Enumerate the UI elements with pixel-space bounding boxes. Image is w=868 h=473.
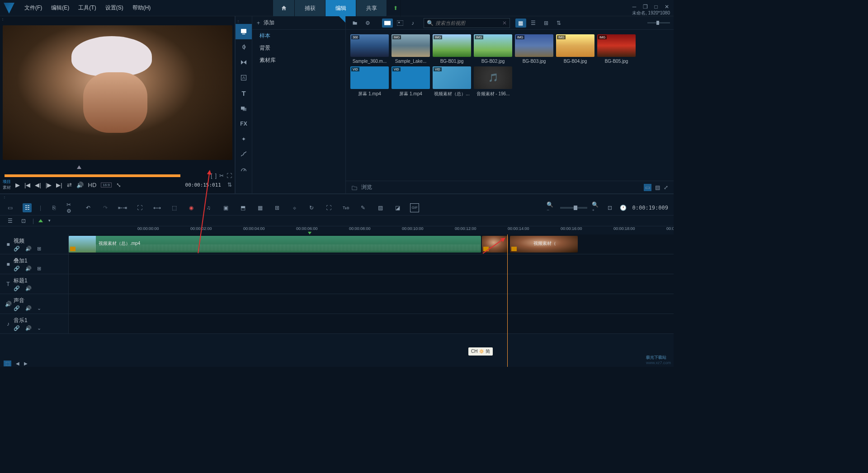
browse-button[interactable]: 浏览 ▭ ▤ ⤢ bbox=[346, 181, 674, 193]
fullscreen-button[interactable]: ⛶ bbox=[135, 203, 144, 212]
media-item[interactable]: 🎵音频素材 - 196... bbox=[474, 66, 512, 97]
tab-share[interactable]: 共享 bbox=[356, 0, 387, 16]
rotate-button[interactable]: ↻ bbox=[307, 203, 316, 212]
menu-edit[interactable]: 编辑(E) bbox=[47, 2, 74, 14]
split-button[interactable]: ⟷ bbox=[152, 203, 161, 212]
menu-help[interactable]: 帮助(H) bbox=[128, 2, 156, 14]
chevron-down-icon[interactable]: ▼ bbox=[47, 219, 51, 223]
upload-button[interactable]: ⬆ bbox=[387, 0, 401, 16]
link-icon[interactable]: 🔗 bbox=[14, 266, 20, 272]
tab-capture[interactable]: 捕获 bbox=[295, 0, 326, 16]
link-button[interactable]: ⬒ bbox=[238, 203, 247, 212]
layout-toggle-3[interactable]: ⤢ bbox=[664, 184, 668, 191]
track-content[interactable]: 视频素材（总）.mp4视频素材（ bbox=[69, 234, 674, 254]
expand-icon[interactable]: ⛶ bbox=[226, 173, 232, 179]
step-forward-button[interactable]: |▶ bbox=[46, 182, 52, 188]
drag-handle[interactable]: :::::::: bbox=[2, 17, 3, 21]
scissors-icon[interactable]: ✂ bbox=[219, 173, 224, 179]
sound-button[interactable] bbox=[236, 39, 252, 55]
fit-project-button[interactable]: ⊡ bbox=[605, 203, 614, 212]
track-header[interactable]: 🔊声音🔗🔊⌄ bbox=[0, 294, 69, 314]
view-small-button[interactable]: ⊞ bbox=[541, 19, 552, 28]
media-item[interactable]: VID屏幕 1.mp4 bbox=[392, 66, 430, 97]
record-button[interactable]: ⚙ bbox=[362, 19, 373, 28]
storyboard-view-button[interactable]: ▭ bbox=[5, 203, 14, 212]
video-clip[interactable]: 视频素材（ bbox=[510, 236, 578, 253]
clock-button[interactable]: 🕐 bbox=[619, 203, 628, 212]
preview-video[interactable] bbox=[3, 25, 232, 160]
aspect-ratio[interactable]: 16:9 bbox=[101, 183, 112, 187]
tree-item-sample[interactable]: 样本 bbox=[252, 30, 345, 42]
media-item[interactable]: IMGBG-B05.jpg bbox=[597, 34, 636, 64]
subtitle-button[interactable]: ✎ bbox=[359, 203, 368, 212]
undo-button[interactable]: ↶ bbox=[84, 203, 93, 212]
track-motion-button[interactable]: ⟐ bbox=[290, 203, 299, 212]
timeline-ruler[interactable]: 00:00:00:0000:00:02:0000:00:04:0000:00:0… bbox=[137, 226, 674, 234]
import-button[interactable] bbox=[349, 19, 360, 28]
track-content[interactable] bbox=[69, 274, 674, 294]
layout-toggle-1[interactable]: ▭ bbox=[644, 184, 651, 191]
view-list-button[interactable]: ☰ bbox=[528, 19, 539, 28]
media-item[interactable]: IMGBG-B01.jpg bbox=[433, 34, 471, 64]
thumb-size-slider[interactable] bbox=[647, 22, 670, 23]
filter-photo-button[interactable] bbox=[395, 19, 406, 28]
effect-button[interactable]: ◪ bbox=[393, 203, 402, 212]
goto-end-button[interactable]: ▶| bbox=[56, 182, 62, 188]
track-header[interactable]: ■叠加1🔗🔊⊞ bbox=[0, 254, 69, 274]
speed-button[interactable] bbox=[236, 162, 252, 178]
link-icon[interactable]: 🔗 bbox=[14, 325, 20, 331]
redo-button[interactable]: ↷ bbox=[101, 203, 110, 212]
filter-audio-button[interactable]: ♪ bbox=[407, 19, 418, 28]
insert-mode-icon[interactable] bbox=[38, 219, 43, 222]
fx-button[interactable]: FX bbox=[236, 116, 252, 131]
track-content[interactable] bbox=[69, 254, 674, 274]
goto-start-button[interactable]: |◀ bbox=[24, 182, 30, 188]
menu-file[interactable]: 文件(F) bbox=[20, 2, 47, 14]
mode-b-button[interactable]: ⊡ bbox=[19, 216, 28, 225]
drag-handle[interactable]: :::::::: bbox=[0, 194, 674, 200]
view-large-button[interactable]: ▦ bbox=[515, 19, 526, 28]
media-library-button[interactable] bbox=[236, 24, 252, 39]
track-content[interactable] bbox=[69, 314, 674, 333]
3d-title-button[interactable]: T₃ᴅ bbox=[341, 203, 350, 212]
filter-video-button[interactable] bbox=[382, 19, 393, 28]
scroll-right-button[interactable]: ▶ bbox=[24, 361, 28, 366]
volume-button[interactable]: 🔊 bbox=[76, 182, 84, 188]
loop-button[interactable]: ⇄ bbox=[67, 182, 72, 188]
close-button[interactable]: ✕ bbox=[664, 4, 670, 10]
timecode-spinner[interactable]: ⇅ bbox=[227, 182, 232, 188]
zoom-slider[interactable] bbox=[560, 207, 587, 209]
fit-button[interactable]: ⇤⇥ bbox=[118, 203, 127, 212]
zoom-out-button[interactable]: 🔍⁻ bbox=[547, 203, 556, 212]
tools-button[interactable]: ✂⚙ bbox=[66, 203, 75, 212]
lock-icon[interactable]: ⊞ bbox=[37, 266, 41, 272]
video-clip[interactable]: 视频素材（总）.mp4 bbox=[69, 236, 481, 253]
scroll-left-button[interactable]: ◀ bbox=[16, 361, 19, 366]
mute-icon[interactable]: 🔊 bbox=[25, 246, 32, 252]
clear-search-button[interactable]: ✕ bbox=[502, 20, 507, 26]
preview-timecode[interactable]: 00:00:15:011 bbox=[184, 181, 223, 189]
library-add-button[interactable]: + 添加 bbox=[252, 16, 345, 30]
media-item[interactable]: IMGBG-B04.jpg bbox=[556, 34, 594, 64]
mute-icon[interactable]: 🔊 bbox=[25, 325, 32, 331]
chevron-down-icon[interactable]: ⌄ bbox=[37, 305, 41, 311]
marker-button[interactable]: ◉ bbox=[187, 203, 196, 212]
media-item[interactable]: VID屏幕 1.mp4 bbox=[350, 66, 389, 97]
maximize-button[interactable]: □ bbox=[653, 4, 659, 10]
sort-button[interactable]: ⇅ bbox=[553, 19, 564, 28]
text-button[interactable]: T bbox=[236, 85, 252, 101]
track-content[interactable] bbox=[69, 294, 674, 314]
drag-handle[interactable]: :::::::: bbox=[237, 19, 250, 23]
zoom-in-button[interactable]: 🔍⁺ bbox=[592, 203, 601, 212]
mute-icon[interactable]: 🔊 bbox=[25, 286, 32, 291]
multi-button[interactable]: ▦ bbox=[255, 203, 264, 212]
overlay-button[interactable] bbox=[236, 101, 252, 116]
link-icon[interactable]: 🔗 bbox=[14, 286, 20, 291]
timeline-view-button[interactable]: ☷ bbox=[23, 203, 32, 212]
copy-attributes-button[interactable]: ⎘ bbox=[49, 203, 58, 212]
track-header[interactable]: ■视频🔗🔊⊞ bbox=[0, 234, 69, 254]
scrub-bar[interactable] bbox=[5, 174, 180, 177]
tree-item-background[interactable]: 背景 bbox=[252, 42, 345, 54]
step-back-button[interactable]: ◀| bbox=[35, 182, 41, 188]
tree-item-material[interactable]: 素材库 bbox=[252, 54, 345, 66]
